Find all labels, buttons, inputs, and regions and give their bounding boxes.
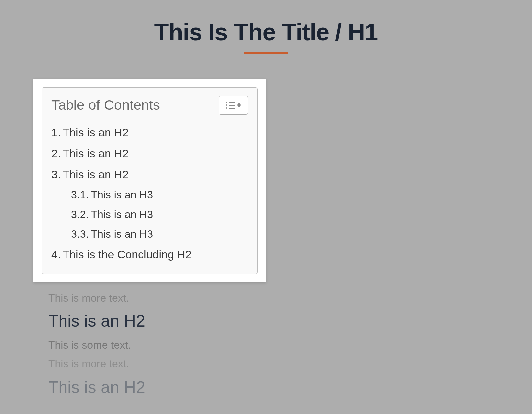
list-icon: [226, 102, 235, 109]
toc-item[interactable]: 1.This is an H2: [51, 122, 248, 143]
toc-item[interactable]: 3.3.This is an H3: [51, 224, 248, 244]
toc-wrapper: Table of Contents 1.This is an H2 2.This…: [33, 79, 266, 282]
h2-heading: This is an H2: [48, 378, 145, 397]
title-underline: [244, 52, 288, 54]
toc-num: 2.: [51, 147, 61, 160]
toc-num: 1.: [51, 126, 61, 139]
body-text: This is some text.: [48, 337, 145, 354]
content-area: This is more text. This is an H2 This is…: [48, 290, 145, 403]
toc-label: This is an H2: [63, 168, 128, 181]
toc-num: 4.: [51, 248, 61, 261]
toc-label: This is an H2: [63, 126, 128, 139]
toc-item[interactable]: 3.1.This is an H3: [51, 185, 248, 205]
toc-label: This is an H3: [91, 228, 153, 240]
toc-title: Table of Contents: [51, 97, 160, 113]
sort-arrows-icon: [237, 103, 241, 107]
toc-label: This is an H3: [91, 208, 153, 220]
toc-item[interactable]: 3.2.This is an H3: [51, 205, 248, 224]
toc-item[interactable]: 3.This is an H2: [51, 164, 248, 185]
toc-label: This is an H2: [63, 147, 128, 160]
h2-heading: This is an H2: [48, 311, 145, 331]
toc-num: 3.1.: [71, 189, 89, 201]
toc-num: 3.: [51, 168, 61, 181]
toc-item[interactable]: 2.This is an H2: [51, 143, 248, 164]
page-title: This Is The Title / H1: [0, 0, 532, 46]
toc-header: Table of Contents: [51, 96, 248, 115]
toc-item[interactable]: 4.This is the Concluding H2: [51, 244, 248, 265]
toc-label: This is an H3: [91, 189, 153, 201]
toc-label: This is the Concluding H2: [63, 248, 191, 261]
body-text: This is more text.: [48, 355, 145, 372]
body-text: This is more text.: [48, 290, 145, 307]
toc-list: 1.This is an H2 2.This is an H2 3.This i…: [51, 122, 248, 265]
toc-box: Table of Contents 1.This is an H2 2.This…: [42, 87, 258, 274]
toc-num: 3.2.: [71, 208, 89, 220]
toc-num: 3.3.: [71, 228, 89, 240]
toc-toggle-button[interactable]: [219, 96, 248, 115]
